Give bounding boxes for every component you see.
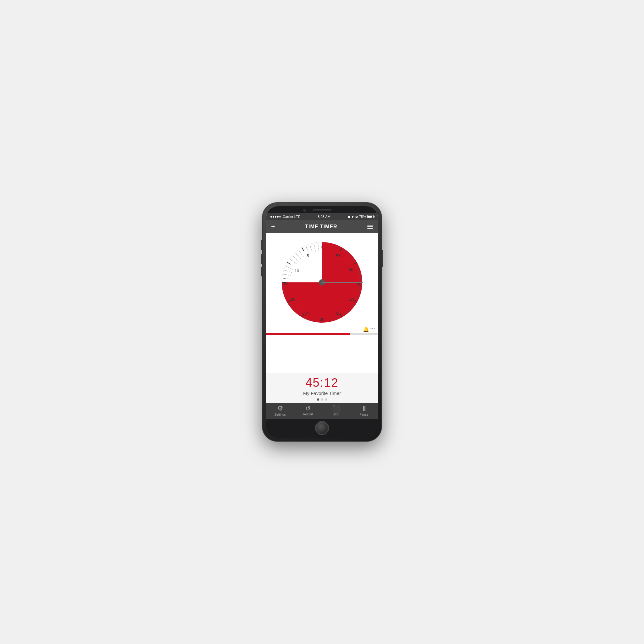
wifi-icon: ◕	[355, 215, 358, 218]
clock-svg: 0 5 10 15 20 25 30 35	[278, 238, 366, 326]
battery-fill	[368, 216, 372, 218]
home-button-area	[315, 419, 329, 438]
menu-line-2	[367, 226, 373, 227]
clock-label-25: 25	[305, 311, 309, 315]
signal-dot-2	[273, 216, 274, 218]
clock-label-50: 50	[349, 267, 353, 272]
signal-dots	[270, 216, 281, 218]
menu-line-1	[367, 225, 373, 225]
timer-digits: 45:12	[305, 377, 338, 389]
pause-tab[interactable]: ⏸ Pause	[355, 405, 374, 416]
page-dot-1[interactable]	[317, 398, 319, 401]
phone-inner: Carrier LTE 8:08 AM ⬣ ▶ ◕ 75%	[266, 206, 378, 438]
title-bold: TIMER	[320, 224, 337, 229]
progress-track	[266, 333, 378, 335]
stop-icon: ⬛	[332, 405, 340, 412]
timer-name: My Favorite Timer	[303, 391, 341, 396]
settings-tab[interactable]: ⚙ Settings	[271, 405, 290, 416]
battery-percent: 75%	[359, 215, 366, 219]
clock-label-15: 15	[283, 281, 288, 286]
restart-label: Restart	[303, 413, 313, 416]
clock-label-55: 55	[336, 253, 341, 258]
clock-label-20: 20	[291, 297, 295, 302]
timer-display-area: 45:12 My Favorite Timer	[266, 373, 378, 403]
clock-face[interactable]: 0 5 10 15 20 25 30 35	[278, 238, 366, 326]
restart-icon: ↺	[305, 405, 311, 412]
sound-wave-icon: 〰	[370, 326, 375, 332]
camera	[303, 209, 306, 212]
clock-label-35: 35	[336, 311, 341, 316]
progress-fill	[266, 333, 350, 335]
screen: Carrier LTE 8:08 AM ⬣ ▶ ◕ 75%	[266, 213, 378, 419]
clock-label-30: 30	[320, 317, 324, 322]
app-navbar: + TIME TIMER	[266, 220, 378, 233]
clock-label-10: 10	[295, 269, 299, 273]
page-dots	[317, 398, 327, 401]
clock-label-40: 40	[349, 297, 354, 302]
clock-label-5: 5	[307, 253, 309, 258]
speaker	[313, 209, 331, 211]
location-icon: ▶	[352, 215, 354, 218]
bell-icon[interactable]: 🔔	[363, 326, 369, 332]
signal-dot-3	[275, 216, 276, 218]
stop-label: Stop	[333, 413, 339, 416]
signal-dot-1	[270, 216, 272, 218]
menu-button[interactable]	[367, 225, 373, 229]
status-bar: Carrier LTE 8:08 AM ⬣ ▶ ◕ 75%	[266, 213, 378, 220]
timer-area: 0 5 10 15 20 25 30 35	[266, 233, 378, 373]
settings-label: Settings	[274, 413, 286, 416]
phone-frame: Carrier LTE 8:08 AM ⬣ ▶ ◕ 75%	[262, 203, 382, 441]
status-right: ⬣ ▶ ◕ 75%	[348, 215, 374, 219]
menu-line-3	[367, 228, 373, 229]
status-time: 8:08 AM	[318, 215, 330, 219]
sound-controls: 🔔 〰	[266, 326, 378, 333]
settings-icon: ⚙	[277, 405, 283, 412]
page-dot-2[interactable]	[321, 398, 323, 401]
page-dot-3[interactable]	[325, 398, 327, 401]
battery-icon	[367, 215, 374, 218]
bluetooth-icon: ⬣	[348, 215, 351, 219]
add-timer-button[interactable]: +	[271, 223, 275, 231]
phone-top-bar	[266, 206, 378, 213]
pause-icon: ⏸	[361, 405, 368, 412]
stop-tab[interactable]: ⬛ Stop	[327, 405, 346, 416]
carrier-label: Carrier LTE	[283, 215, 300, 219]
title-regular: TIME	[305, 224, 320, 229]
tab-bar: ⚙ Settings ↺ Restart ⬛ Stop ⏸ Pause	[266, 403, 378, 419]
clock-label-0: 0	[321, 245, 323, 249]
status-left: Carrier LTE	[270, 215, 300, 219]
signal-dot-4	[277, 216, 279, 218]
restart-tab[interactable]: ↺ Restart	[299, 405, 318, 416]
pause-label: Pause	[359, 413, 368, 416]
app-title: TIME TIMER	[305, 224, 337, 230]
home-button[interactable]	[315, 421, 329, 435]
signal-dot-5	[279, 216, 281, 218]
